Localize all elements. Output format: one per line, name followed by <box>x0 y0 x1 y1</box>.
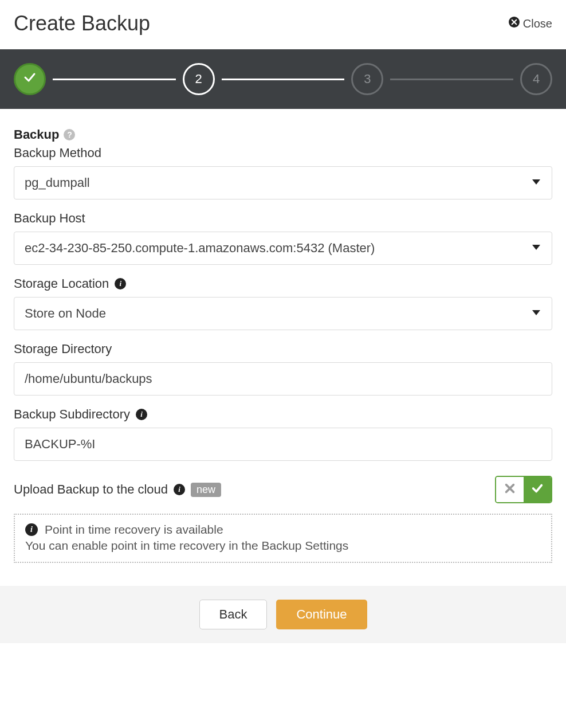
label-storage-location-text: Storage Location <box>14 276 109 291</box>
upload-cloud-toggle[interactable] <box>495 476 552 503</box>
close-label: Close <box>523 17 552 30</box>
select-backup-host-value: ec2-34-230-85-250.compute-1.amazonaws.co… <box>25 241 375 256</box>
section-heading: Backup ? <box>14 127 75 142</box>
step-2-label: 2 <box>195 72 202 87</box>
label-storage-directory: Storage Directory <box>14 342 552 357</box>
upload-toggle-row: Upload Backup to the cloud i new <box>14 476 552 503</box>
step-connector <box>53 79 176 80</box>
back-button[interactable]: Back <box>199 600 268 629</box>
info-icon[interactable]: i <box>174 484 185 495</box>
info-icon[interactable]: i <box>136 409 147 420</box>
close-icon <box>509 17 520 30</box>
toggle-on-button[interactable] <box>524 477 551 502</box>
close-button[interactable]: Close <box>509 17 552 30</box>
step-3[interactable]: 3 <box>351 63 383 95</box>
step-connector <box>390 79 513 80</box>
page-title: Create Backup <box>14 11 150 36</box>
select-backup-method-value: pg_dumpall <box>25 175 90 190</box>
step-1[interactable] <box>14 63 46 95</box>
info-icon: i <box>25 523 38 536</box>
section-title-text: Backup <box>14 127 59 142</box>
label-storage-location: Storage Location i <box>14 276 552 291</box>
wizard-stepper: 2 3 4 <box>0 49 566 109</box>
check-icon <box>23 71 37 88</box>
step-connector <box>222 79 345 80</box>
select-backup-host[interactable]: ec2-34-230-85-250.compute-1.amazonaws.co… <box>14 232 552 265</box>
pitr-notice-line2: You can enable point in time recovery in… <box>25 539 541 553</box>
select-storage-location[interactable]: Store on Node <box>14 297 552 330</box>
step-4[interactable]: 4 <box>520 63 552 95</box>
label-backup-host: Backup Host <box>14 211 552 226</box>
new-badge: new <box>191 483 221 497</box>
label-backup-subdirectory-text: Backup Subdirectory <box>14 407 130 422</box>
step-4-label: 4 <box>533 72 540 87</box>
label-backup-subdirectory: Backup Subdirectory i <box>14 407 552 422</box>
input-backup-subdirectory[interactable] <box>14 428 552 461</box>
step-3-label: 3 <box>364 72 371 87</box>
pitr-notice-line1: Point in time recovery is available <box>45 523 223 537</box>
label-backup-method: Backup Method <box>14 146 552 161</box>
modal-header: Create Backup Close <box>0 0 566 49</box>
toggle-off-button[interactable] <box>496 477 524 502</box>
form-body: Backup ? Backup Method pg_dumpall Backup… <box>0 109 566 586</box>
continue-button[interactable]: Continue <box>276 600 367 629</box>
pitr-notice: i Point in time recovery is available Yo… <box>14 514 552 563</box>
info-icon[interactable]: i <box>115 278 126 289</box>
check-icon <box>531 482 544 497</box>
wizard-footer: Back Continue <box>0 586 566 643</box>
help-icon[interactable]: ? <box>64 129 75 140</box>
input-storage-directory[interactable] <box>14 362 552 396</box>
select-storage-location-value: Store on Node <box>25 306 106 321</box>
x-icon <box>504 482 516 497</box>
label-upload-cloud: Upload Backup to the cloud <box>14 482 168 497</box>
select-backup-method[interactable]: pg_dumpall <box>14 166 552 199</box>
step-2[interactable]: 2 <box>183 63 215 95</box>
